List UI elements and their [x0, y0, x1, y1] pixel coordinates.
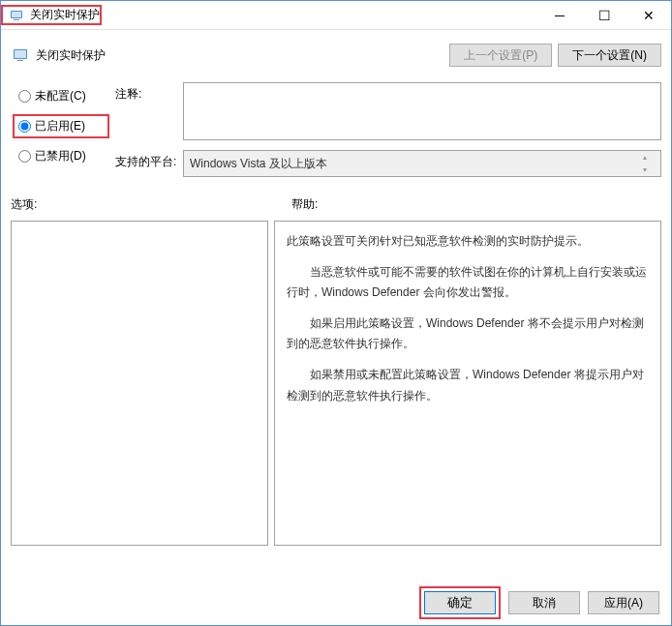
- titlebar-left-highlight: 关闭实时保护: [1, 5, 102, 25]
- nav-buttons: 上一个设置(P) 下一个设置(N): [449, 44, 661, 67]
- radio-not-configured[interactable]: 未配置(C): [18, 88, 115, 104]
- options-pane: [11, 221, 268, 546]
- minimize-button[interactable]: ─: [537, 1, 582, 30]
- options-label: 选项:: [11, 196, 291, 213]
- help-pane: 此策略设置可关闭针对已知恶意软件检测的实时防护提示。 当恶意软件或可能不需要的软…: [274, 221, 661, 546]
- header-row: 关闭实时保护 上一个设置(P) 下一个设置(N): [1, 30, 671, 76]
- radio-not-configured-input[interactable]: [18, 90, 31, 103]
- window-title: 关闭实时保护: [30, 7, 100, 23]
- platform-row: 支持的平台: Windows Vista 及以上版本 ▴▾: [115, 150, 661, 177]
- radio-disabled-input[interactable]: [18, 150, 31, 163]
- help-paragraph: 此策略设置可关闭针对已知恶意软件检测的实时防护提示。: [287, 231, 649, 253]
- field-column: 注释: 支持的平台: Windows Vista 及以上版本 ▴▾: [115, 82, 661, 177]
- svg-rect-1: [12, 12, 21, 17]
- radio-enabled[interactable]: 已启用(E): [13, 114, 109, 138]
- radio-disabled-label: 已禁用(D): [35, 148, 86, 164]
- help-paragraph: 如果禁用或未配置此策略设置，Windows Defender 将提示用户对检测到…: [287, 365, 649, 406]
- policy-title: 关闭实时保护: [36, 47, 106, 64]
- comment-label: 注释:: [115, 82, 183, 103]
- svg-rect-2: [14, 19, 19, 20]
- pane-labels: 选项: 帮助:: [1, 177, 671, 217]
- radio-enabled-input[interactable]: [18, 120, 31, 133]
- svg-rect-5: [17, 60, 23, 61]
- ok-button-highlight: 确定: [419, 586, 501, 619]
- platform-value: Windows Vista 及以上版本: [190, 156, 327, 172]
- dialog-window: 关闭实时保护 ─ ☐ ✕ 关闭实时保护 上一个设置(P) 下一个设置(N) 未配…: [0, 0, 672, 626]
- policy-icon: [11, 45, 30, 65]
- panes-row: 此策略设置可关闭针对已知恶意软件检测的实时防护提示。 当恶意软件或可能不需要的软…: [1, 217, 671, 546]
- cancel-button[interactable]: 取消: [508, 591, 580, 614]
- close-button[interactable]: ✕: [626, 1, 671, 30]
- radio-group: 未配置(C) 已启用(E) 已禁用(D): [18, 82, 115, 177]
- ok-button[interactable]: 确定: [424, 591, 496, 614]
- svg-rect-4: [15, 50, 26, 58]
- help-paragraph: 当恶意软件或可能不需要的软件试图在你的计算机上自行安装或运行时，Windows …: [287, 262, 649, 304]
- apply-button[interactable]: 应用(A): [588, 591, 659, 614]
- comment-textarea[interactable]: [183, 82, 661, 140]
- radio-not-configured-label: 未配置(C): [35, 88, 86, 104]
- platform-box: Windows Vista 及以上版本 ▴▾: [183, 150, 661, 177]
- config-row: 未配置(C) 已启用(E) 已禁用(D) 注释: 支持的平台: Windows …: [1, 76, 671, 177]
- prev-setting-button[interactable]: 上一个设置(P): [449, 44, 552, 67]
- help-paragraph: 如果启用此策略设置，Windows Defender 将不会提示用户对检测到的恶…: [287, 313, 649, 355]
- platform-scroll-icon: ▴▾: [643, 153, 658, 174]
- titlebar: 关闭实时保护 ─ ☐ ✕: [1, 1, 671, 30]
- maximize-button[interactable]: ☐: [582, 1, 626, 30]
- footer: 确定 取消 应用(A): [1, 581, 671, 625]
- comment-row: 注释:: [115, 82, 661, 140]
- radio-enabled-label: 已启用(E): [35, 118, 85, 134]
- radio-disabled[interactable]: 已禁用(D): [18, 148, 115, 164]
- platform-label: 支持的平台:: [115, 150, 183, 170]
- app-icon: [9, 8, 24, 23]
- next-setting-button[interactable]: 下一个设置(N): [558, 44, 661, 67]
- window-controls: ─ ☐ ✕: [537, 1, 671, 30]
- help-label: 帮助:: [291, 196, 318, 213]
